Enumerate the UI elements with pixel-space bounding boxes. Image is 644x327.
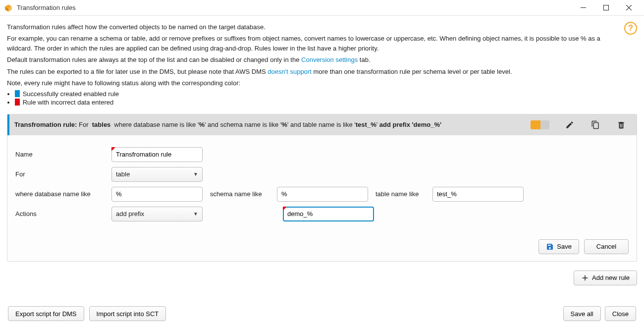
table-label: table name like bbox=[376, 190, 425, 198]
chevron-down-icon: ▼ bbox=[193, 171, 198, 177]
maximize-button[interactable] bbox=[594, 0, 617, 16]
cancel-button[interactable]: Cancel bbox=[584, 239, 629, 254]
rule-enable-toggle[interactable] bbox=[531, 120, 549, 129]
for-label: For bbox=[15, 170, 105, 178]
rule-footer: Save Cancel bbox=[7, 234, 637, 261]
rule-panel: Transfromation rule: For tables where da… bbox=[7, 114, 637, 262]
intro-p3: Default transformation rules are always … bbox=[7, 55, 616, 65]
intro-p2: For example, you can rename a schema or … bbox=[7, 34, 616, 54]
intro-p5: Note, every rule might have to following… bbox=[7, 78, 616, 88]
actions-select[interactable]: add prefix ▼ bbox=[111, 207, 203, 221]
doesnt-support-link[interactable]: doesn't support bbox=[268, 68, 312, 75]
for-select[interactable]: table ▼ bbox=[111, 167, 203, 182]
window-title: Transformation rules bbox=[17, 4, 76, 11]
save-icon bbox=[546, 243, 554, 251]
action-param-field[interactable] bbox=[283, 207, 374, 221]
app-icon bbox=[4, 3, 13, 12]
intro-p1: Transformation rules affect how the conv… bbox=[7, 22, 616, 32]
minimize-button[interactable] bbox=[572, 0, 594, 16]
close-button[interactable]: Close bbox=[605, 306, 636, 321]
schema-label: schema name like bbox=[210, 190, 269, 198]
chevron-down-icon: ▼ bbox=[193, 211, 198, 217]
close-window-button[interactable] bbox=[617, 0, 640, 16]
intro-p4: The rules can be exported to a file for … bbox=[7, 67, 616, 77]
status-li-enabled: Successfully created enabled rule bbox=[15, 90, 637, 98]
delete-rule-icon[interactable] bbox=[616, 119, 627, 130]
conversion-settings-link[interactable]: Conversion settings bbox=[301, 56, 358, 63]
schema-name-field[interactable] bbox=[277, 187, 368, 202]
titlebar: Transformation rules bbox=[0, 0, 644, 16]
svg-rect-4 bbox=[603, 5, 608, 10]
database-name-field[interactable] bbox=[111, 187, 203, 202]
actions-label: Actions bbox=[15, 210, 105, 218]
name-label: Name bbox=[15, 151, 105, 158]
import-script-button[interactable]: Import script into SCT bbox=[89, 306, 166, 321]
save-button[interactable]: Save bbox=[538, 239, 579, 254]
intro-text: Transformation rules affect how the conv… bbox=[7, 21, 637, 107]
rule-summary: Transfromation rule: For tables where da… bbox=[14, 120, 526, 130]
table-name-field[interactable] bbox=[432, 187, 524, 202]
status-swatch-blue-icon bbox=[15, 90, 20, 97]
rule-form: Name For table ▼ where database name lik… bbox=[7, 135, 637, 234]
edit-rule-icon[interactable] bbox=[564, 119, 575, 130]
plus-icon bbox=[581, 274, 589, 282]
status-li-error: Rule with incorrect data entered bbox=[15, 99, 637, 106]
save-all-button[interactable]: Save all bbox=[563, 306, 601, 321]
copy-rule-icon[interactable] bbox=[590, 119, 601, 130]
status-swatch-red-icon bbox=[15, 99, 20, 106]
add-new-rule-button[interactable]: Add new rule bbox=[574, 271, 637, 285]
page-footer: Export script for DMS Import script into… bbox=[7, 302, 637, 322]
where-db-label: where database name like bbox=[15, 190, 105, 198]
help-icon[interactable]: ? bbox=[624, 22, 637, 35]
name-field[interactable] bbox=[111, 147, 203, 162]
rule-header[interactable]: Transfromation rule: For tables where da… bbox=[7, 114, 637, 135]
export-script-button[interactable]: Export script for DMS bbox=[8, 306, 84, 321]
